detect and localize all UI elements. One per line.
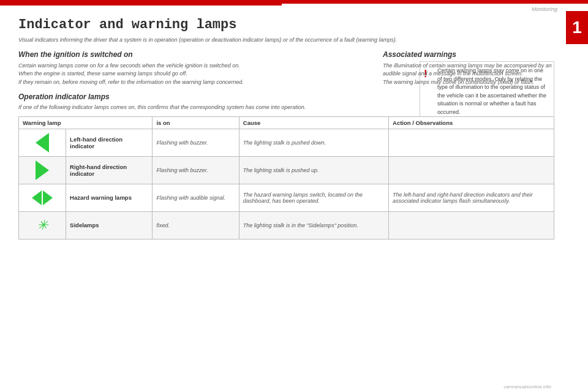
col-header-cause: Cause [239, 116, 388, 129]
watermark: carmanualsonline.info [503, 384, 551, 390]
chapter-tab: 1 [566, 11, 588, 44]
left-arrow-icon [29, 132, 55, 154]
cause-left: The lighting stalk is pushed down. [239, 129, 388, 156]
warnings-text: The illumination of certain warning lamp… [383, 62, 554, 87]
table-row: Hazard warning lamps Flashing with audib… [19, 184, 554, 211]
lamp-name-hazard: Hazard warning lamps [66, 184, 153, 211]
intro-text: Visual indicators informing the driver t… [18, 36, 554, 44]
chapter-number: 1 [572, 18, 582, 37]
hazard-icon [29, 187, 55, 209]
col-header-ison: is on [153, 116, 239, 129]
table-header-row: Warning lamp is on Cause Action / Observ… [19, 116, 554, 129]
op-section-title: Operation indicator lamps [18, 92, 554, 101]
lamp-name-sidelamps: Sidelamps [66, 211, 153, 239]
icon-cell-right-arrow [19, 156, 66, 184]
icon-cell-hazard [19, 184, 66, 211]
sidelamps-icon: ✳ [37, 217, 48, 233]
lamp-name-right: Right-hand direction indicator [66, 156, 153, 184]
top-accent [0, 4, 282, 6]
cause-hazard: The hazard warning lamps switch, located… [239, 184, 388, 211]
icon-cell-sidelamps: ✳ [19, 211, 66, 239]
sidelamps-icon-container: ✳ [29, 214, 55, 236]
ison-left: Flashing with buzzer. [153, 129, 239, 156]
ison-sidelamps: fixed. [153, 211, 239, 239]
icon-cell-left-arrow [19, 129, 66, 156]
right-arrow-icon [29, 159, 55, 181]
table-row: Left-hand direction indicator Flashing w… [19, 129, 554, 156]
lamp-name-left: Left-hand direction indicator [66, 129, 153, 156]
cause-sidelamps: The lighting stalk is in the "Sidelamps"… [239, 211, 388, 239]
right-direction-arrow [36, 160, 49, 180]
ignition-title: When the ignition is switched on [18, 50, 371, 59]
left-direction-arrow [36, 133, 49, 153]
action-right [389, 156, 554, 184]
op-section-text: If one of the following indicator lamps … [18, 104, 554, 111]
table-row: Right-hand direction indicator Flashing … [19, 156, 554, 184]
hazard-left-arrow [32, 190, 42, 205]
table-row: ✳ Sidelamps fixed. The lighting stalk is… [19, 211, 554, 239]
main-content: Indicator and warning lamps Visual indic… [18, 9, 554, 239]
indicator-table: Warning lamp is on Cause Action / Observ… [18, 116, 554, 239]
warnings-title: Associated warnings [383, 50, 554, 59]
action-hazard: The left-hand and right-hand direction i… [389, 184, 554, 211]
two-col-section: When the ignition is switched on Certain… [18, 50, 554, 87]
action-sidelamps [389, 211, 554, 239]
col-ignition: When the ignition is switched on Certain… [18, 50, 371, 87]
cause-right: The lighting stalk is pushed up. [239, 156, 388, 184]
op-section: Operation indicator lamps If one of the … [18, 92, 554, 111]
ignition-text: Certain warning lamps come on for a few … [18, 62, 371, 87]
page-title: Indicator and warning lamps [18, 17, 554, 32]
ison-hazard: Flashing with audible signal. [153, 184, 239, 211]
col-header-lamp: Warning lamp [19, 116, 153, 129]
col-warnings: Associated warnings The illumination of … [383, 50, 554, 87]
col-header-action: Action / Observations [389, 116, 554, 129]
hazard-right-arrow [43, 190, 53, 205]
action-left [389, 129, 554, 156]
ison-right: Flashing with buzzer. [153, 156, 239, 184]
